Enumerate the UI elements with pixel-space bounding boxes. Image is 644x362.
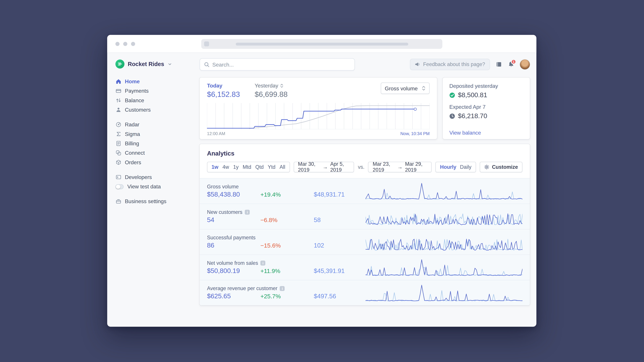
metric-label: Gross volume: [207, 184, 239, 190]
granularity-hourly[interactable]: Hourly: [440, 164, 456, 170]
view-balance-link[interactable]: View balance: [449, 130, 481, 136]
dashboard-app: Rocket Rides Home Payments Balance: [107, 53, 536, 327]
analytics-row-gross-volume[interactable]: Gross volume $58,438.80 +19.4% $48,931.7…: [200, 178, 530, 204]
browser-chrome: [107, 35, 536, 53]
radar-icon: [116, 122, 121, 127]
notifications-button[interactable]: 1: [508, 61, 514, 68]
main-content: Feedback about this page? 1: [200, 53, 536, 327]
axis-now-label: Now, 10:34 PM: [400, 131, 430, 136]
axis-start-label: 12:00 AM: [207, 131, 225, 136]
info-icon[interactable]: i: [260, 261, 266, 266]
primary-date-range[interactable]: Mar 30, 2019 → Apr 5, 2019: [294, 162, 354, 172]
toggle-label: View test data: [127, 184, 161, 190]
interval-all[interactable]: All: [280, 164, 285, 170]
address-bar[interactable]: [201, 39, 442, 49]
deposited-label: Deposited yesterday: [449, 83, 523, 89]
interval-1w[interactable]: 1w: [212, 164, 218, 170]
interval-picker: 1w 4w 1y Mtd Qtd Ytd All: [207, 162, 290, 172]
info-icon[interactable]: i: [280, 286, 285, 291]
sidebar-item-sigma[interactable]: Sigma: [116, 129, 196, 139]
compare-date-range[interactable]: Mar 23, 2019 → Mar 29, 2019: [368, 162, 432, 172]
search-input[interactable]: [212, 61, 350, 67]
account-switcher[interactable]: Rocket Rides: [116, 59, 196, 68]
customize-label: Customize: [492, 164, 518, 170]
analytics-row-new-customers[interactable]: New customers i 54 −6.8% 58: [200, 204, 530, 229]
sort-chevrons-icon[interactable]: [280, 83, 284, 87]
sidebar-item-label: Developers: [125, 174, 152, 180]
window-control-dot[interactable]: [123, 42, 127, 46]
metric-compare-value: 58: [314, 216, 366, 223]
range-start: Mar 30, 2019: [298, 161, 320, 173]
sidebar: Rocket Rides Home Payments Balance: [107, 53, 200, 327]
metric-select[interactable]: Gross volume: [381, 82, 430, 94]
metric-label: Net volume from sales: [207, 260, 258, 266]
interval-1y[interactable]: 1y: [233, 164, 238, 170]
customize-button[interactable]: Customize: [480, 162, 522, 172]
desktop: Rocket Rides Home Payments Balance: [0, 0, 644, 362]
chart-axis-labels: 12:00 AM Now, 10:34 PM: [207, 131, 430, 136]
range-end: Mar 29, 2019: [405, 161, 427, 173]
today-card-header: Today $6,152.83 Yesterday $: [207, 82, 430, 99]
metric-select-value: Gross volume: [385, 85, 418, 91]
today-vs-yesterday-chart: [207, 103, 430, 129]
granularity-daily[interactable]: Daily: [460, 164, 472, 170]
metric-change: −15.6%: [260, 242, 314, 249]
metric-value: $625.65: [207, 293, 260, 300]
analytics-row-net-volume[interactable]: Net volume from sales i $50,800.19 +11.9…: [200, 254, 530, 280]
arrow-right-icon: →: [323, 164, 328, 170]
sidebar-item-billing[interactable]: Billing: [116, 139, 196, 148]
yesterday-value: $6,699.88: [255, 90, 288, 99]
docs-button[interactable]: [496, 61, 502, 67]
person-icon: [116, 107, 121, 113]
window-control-dot[interactable]: [131, 42, 135, 46]
balance-arrows-icon: [116, 97, 121, 103]
sidebar-item-business-settings[interactable]: Business settings: [116, 197, 196, 206]
sidebar-item-customers[interactable]: Customers: [116, 105, 196, 114]
yesterday-label: Yesterday: [255, 82, 278, 89]
browser-window: Rocket Rides Home Payments Balance: [107, 35, 536, 327]
metric-sparkline: [366, 258, 522, 277]
sidebar-item-balance[interactable]: Balance: [116, 96, 196, 105]
test-data-toggle[interactable]: [116, 184, 124, 189]
metric-compare-value: $497.56: [314, 293, 366, 300]
sidebar-item-label: Connect: [125, 150, 145, 156]
user-avatar[interactable]: [520, 59, 530, 69]
today-label: Today: [207, 82, 240, 89]
info-icon[interactable]: i: [245, 210, 250, 215]
interval-4w[interactable]: 4w: [222, 164, 229, 170]
metric-sparkline: [366, 284, 522, 302]
home-icon: [116, 79, 121, 84]
metric-label: Average revenue per customer: [207, 286, 278, 291]
sidebar-item-payments[interactable]: Payments: [116, 86, 196, 95]
sidebar-item-radar[interactable]: Radar: [116, 120, 196, 129]
interval-mtd[interactable]: Mtd: [243, 164, 251, 170]
analytics-row-average-revenue[interactable]: Average revenue per customer i $625.65 +…: [200, 280, 530, 305]
window-control-dot[interactable]: [116, 42, 120, 46]
analytics-row-successful-payments[interactable]: Successful payments 86 −15.6% 102: [200, 229, 530, 255]
analytics-card: Analytics 1w 4w 1y Mtd Qtd Ytd All Ma: [200, 144, 530, 305]
range-end: Apr 5, 2019: [330, 161, 350, 173]
sidebar-item-home[interactable]: Home: [116, 77, 196, 86]
interval-ytd[interactable]: Ytd: [268, 164, 276, 170]
credit-card-icon: [116, 88, 121, 94]
chevron-down-icon: [168, 62, 172, 66]
sidebar-item-label: Billing: [125, 140, 139, 147]
notification-badge: 1: [511, 59, 516, 64]
sidebar-item-orders[interactable]: Orders: [116, 158, 196, 167]
metric-change: +25.7%: [260, 293, 314, 300]
interval-qtd[interactable]: Qtd: [256, 164, 264, 170]
feedback-button[interactable]: Feedback about this page?: [410, 59, 490, 70]
sidebar-item-developers[interactable]: Developers: [116, 172, 196, 182]
topbar-actions: Feedback about this page? 1: [410, 59, 530, 70]
view-test-data-toggle-row[interactable]: View test data: [116, 182, 196, 191]
granularity-picker: Hourly Daily: [436, 162, 476, 172]
search-box[interactable]: [200, 58, 355, 70]
box-icon: [116, 159, 121, 165]
sidebar-item-label: Sigma: [125, 131, 140, 137]
expected-value: $6,218.70: [458, 112, 487, 120]
metric-value: 54: [207, 216, 260, 224]
window-controls: [116, 42, 135, 46]
select-chevrons-icon: [422, 86, 426, 91]
deposited-value: $8,500.81: [458, 91, 487, 99]
sidebar-item-connect[interactable]: Connect: [116, 148, 196, 158]
